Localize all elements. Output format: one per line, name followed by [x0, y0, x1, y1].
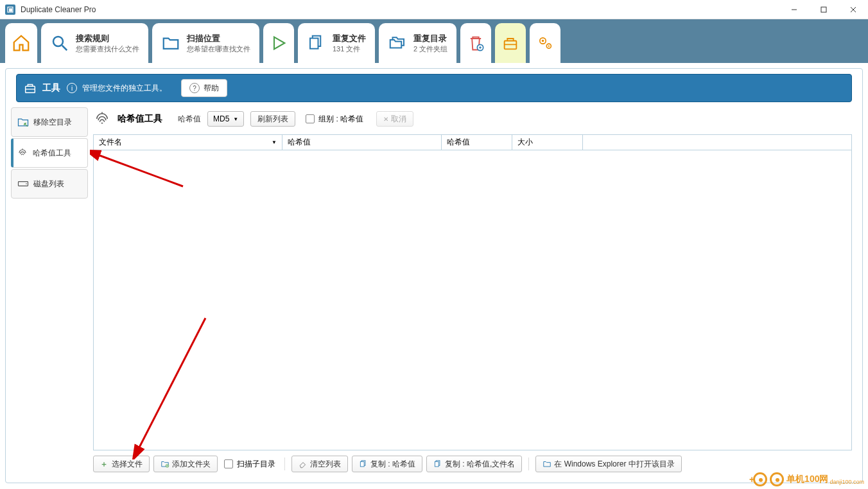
- column-label: 大小: [517, 137, 533, 148]
- sidebar-item-label: 哈希值工具: [33, 148, 71, 159]
- section-description: 管理您文件的独立工具。: [82, 83, 167, 94]
- help-button[interactable]: ? 帮助: [181, 79, 227, 97]
- button-label: 取消: [391, 114, 406, 125]
- tab-search-rules[interactable]: 搜索规则 您需要查找什么文件: [41, 23, 148, 63]
- plus-icon: +: [749, 474, 754, 485]
- separator: [528, 458, 529, 470]
- hash-type-dropdown[interactable]: MD5 ▼: [207, 111, 244, 127]
- table-body[interactable]: [94, 150, 851, 450]
- tab-tools[interactable]: [495, 23, 526, 63]
- tab-sublabel: 131 文件: [333, 44, 366, 54]
- help-label: 帮助: [204, 83, 219, 94]
- svg-point-6: [53, 37, 63, 46]
- group-by-hash-checkbox[interactable]: [306, 114, 315, 123]
- select-files-button[interactable]: ＋ 选择文件: [93, 456, 150, 472]
- section-header: 工具 i 管理您文件的独立工具。 ? 帮助: [16, 74, 852, 102]
- sidebar-item-remove-empty[interactable]: 移除空目录: [11, 107, 88, 137]
- sidebar-item-hash-tools[interactable]: 哈希值工具: [11, 138, 88, 168]
- page-title: 哈希值工具: [117, 113, 162, 125]
- hash-table: 文件名 ▼ 哈希值 哈希值 大小: [93, 134, 852, 450]
- tab-duplicate-folders[interactable]: 重复目录 2 文件夹组: [379, 23, 456, 63]
- tab-sublabel: 您希望在哪查找文件: [187, 44, 250, 54]
- sort-indicator-icon: ▼: [272, 139, 277, 145]
- folder-clean-icon: [17, 116, 30, 129]
- info-icon: i: [67, 83, 77, 93]
- maximize-button[interactable]: [809, 0, 838, 19]
- cancel-button[interactable]: ✕ 取消: [376, 111, 413, 127]
- dropdown-value: MD5: [213, 114, 229, 123]
- svg-point-20: [26, 183, 27, 184]
- help-icon: ?: [189, 83, 200, 93]
- content-panel: 工具 i 管理您文件的独立工具。 ? 帮助 移除空目录: [5, 68, 863, 483]
- eraser-icon: [299, 459, 308, 468]
- separator: [284, 458, 285, 470]
- tab-settings[interactable]: [530, 23, 560, 63]
- caret-down-icon: ▼: [233, 116, 238, 122]
- tab-sublabel: 您需要查找什么文件: [76, 44, 139, 54]
- close-icon: ✕: [383, 116, 388, 123]
- svg-rect-3: [821, 7, 826, 12]
- window-title: Duplicate Cleaner Pro: [21, 5, 96, 14]
- close-button[interactable]: [838, 0, 868, 19]
- column-label: 哈希值: [447, 137, 470, 148]
- svg-rect-1: [9, 8, 12, 12]
- column-header-hash1[interactable]: 哈希值: [282, 135, 442, 150]
- sidebar-item-disk-list[interactable]: 磁盘列表: [11, 169, 88, 199]
- home-icon: [12, 33, 31, 53]
- fingerprint-icon: [16, 147, 29, 159]
- folder-icon: [161, 33, 180, 53]
- copy-hash-name-button[interactable]: 复制 : 哈希值,文件名: [426, 456, 522, 472]
- column-header-hash2[interactable]: 哈希值: [442, 135, 512, 150]
- button-label: 选择文件: [112, 459, 143, 470]
- scan-subfolders-checkbox[interactable]: [224, 459, 233, 468]
- column-header-filename[interactable]: 文件名 ▼: [94, 135, 282, 150]
- main-area: 哈希值工具 哈希值 MD5 ▼ 刷新列表 组别 : 哈希值 ✕ 取消: [88, 107, 857, 477]
- column-label: 文件名: [99, 137, 122, 148]
- titlebar: Duplicate Cleaner Pro: [0, 0, 868, 19]
- column-header-empty[interactable]: [583, 135, 851, 150]
- column-label: 哈希值: [288, 137, 311, 148]
- button-label: 在 Windows Explorer 中打开该目录: [554, 459, 674, 470]
- hash-type-label: 哈希值: [178, 114, 201, 125]
- ribbon: 搜索规则 您需要查找什么文件 扫描位置 您希望在哪查找文件 重复文件 131 文…: [0, 19, 868, 63]
- fingerprint-icon: [93, 110, 111, 128]
- toolbox-icon: [501, 34, 519, 52]
- button-label: 复制 : 哈希值,文件名: [445, 459, 515, 470]
- duplicate-folders-icon: [388, 33, 407, 53]
- tab-delete[interactable]: [460, 23, 491, 63]
- svg-rect-27: [435, 462, 438, 467]
- toolbox-icon: [23, 81, 37, 95]
- refresh-list-button[interactable]: 刷新列表: [250, 111, 295, 127]
- duplicate-files-icon: [307, 33, 326, 53]
- svg-rect-9: [310, 39, 318, 49]
- play-icon: [270, 34, 288, 52]
- watermark: + 单机100网 danji100.com: [749, 472, 864, 486]
- tab-home[interactable]: [5, 23, 37, 63]
- button-label: 添加文件夹: [172, 459, 211, 470]
- footer-toolbar: ＋ 选择文件 添加文件夹 扫描子目录: [88, 450, 857, 477]
- clear-list-button[interactable]: 清空列表: [291, 456, 348, 472]
- watermark-sub: danji100.com: [829, 479, 864, 485]
- copy-icon: [359, 459, 368, 468]
- copy-hash-button[interactable]: 复制 : 哈希值: [352, 456, 422, 472]
- open-in-explorer-button[interactable]: 在 Windows Explorer 中打开该目录: [535, 456, 681, 472]
- svg-line-7: [62, 46, 67, 51]
- section-title: 工具: [42, 82, 60, 94]
- tab-scan-location[interactable]: 扫描位置 您希望在哪查找文件: [152, 23, 259, 63]
- svg-rect-25: [360, 462, 364, 467]
- tab-label: 扫描位置: [187, 33, 250, 44]
- trash-icon: [467, 34, 485, 52]
- gear-icon: [536, 34, 554, 52]
- logo-icon: [770, 472, 784, 486]
- folder-add-icon: [161, 459, 169, 468]
- sidebar: 移除空目录 哈希值工具 磁盘列表: [11, 107, 88, 477]
- tab-label: 重复文件: [333, 33, 366, 44]
- tab-sublabel: 2 文件夹组: [413, 44, 447, 54]
- minimize-button[interactable]: [779, 0, 809, 19]
- tab-label: 搜索规则: [76, 33, 139, 44]
- tab-duplicate-files[interactable]: 重复文件 131 文件: [298, 23, 375, 63]
- add-folder-button[interactable]: 添加文件夹: [153, 456, 218, 472]
- sidebar-item-label: 移除空目录: [33, 117, 72, 128]
- column-header-size[interactable]: 大小: [512, 135, 583, 150]
- tab-start-scan[interactable]: [263, 23, 294, 63]
